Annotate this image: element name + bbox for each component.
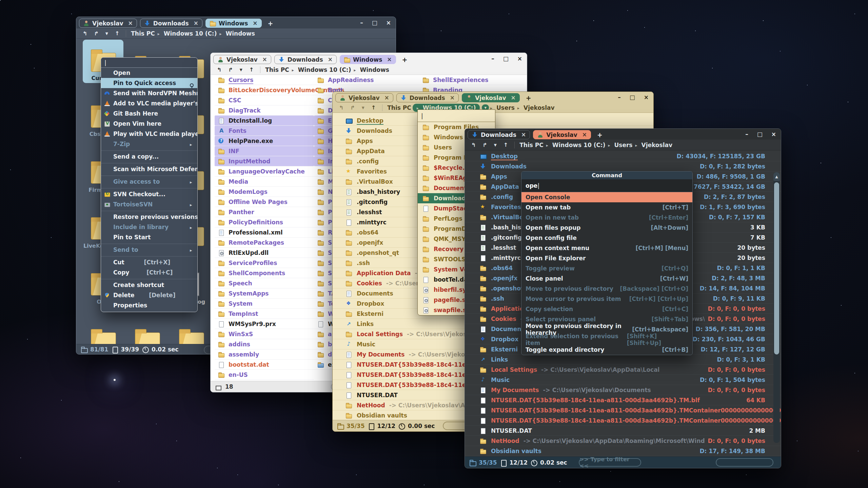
file-row[interactable]: Professional.xml: [215, 227, 314, 238]
file-row[interactable]: CSC: [215, 95, 314, 105]
back-button[interactable]: ↰: [214, 66, 224, 73]
menu-item[interactable]: Add to VLC media player's Playlist: [101, 98, 197, 108]
minimize-button[interactable]: –: [491, 56, 494, 62]
maximize-button[interactable]: □: [757, 131, 763, 137]
file-row[interactable]: ServiceProfiles: [215, 258, 314, 268]
file-row[interactable]: Music D: 0, F: 1, 504 bytes: [465, 375, 781, 385]
file-row[interactable]: ShellComponents: [215, 268, 314, 278]
menu-filter-input[interactable]: |: [101, 58, 197, 68]
menu-item[interactable]: Play with VLC media player: [101, 129, 197, 139]
file-row[interactable]: Obsidian vaults D: 17, F: 149, 38 MB: [465, 446, 781, 456]
close-button[interactable]: ×: [517, 56, 522, 62]
tab[interactable]: Vjekoslav: [335, 93, 393, 102]
menu-item[interactable]: [101, 255, 197, 257]
minimize-button[interactable]: –: [618, 95, 621, 100]
breadcrumb-item[interactable]: Windows: [352, 66, 390, 74]
menu-item[interactable]: [101, 278, 197, 279]
palette-item[interactable]: Move to previous directory [Backspace] […: [521, 284, 692, 294]
file-row[interactable]: Fonts: [215, 126, 314, 136]
menu-item[interactable]: Delete [Delete]: [101, 290, 197, 300]
menu-item[interactable]: SVN Checkout...: [101, 189, 197, 199]
menu-item[interactable]: Send a copy...: [101, 151, 197, 162]
file-row[interactable]: NTUSER.DAT{53b39e88-18c4-11ea-a811-000d3…: [465, 405, 781, 415]
menu-item[interactable]: Create shortcut: [101, 280, 197, 290]
file-row[interactable]: Links D: 0, F: 3, 1 KB: [465, 354, 781, 365]
palette-item[interactable]: Open in new tab [Ctrl+Enter]: [521, 212, 692, 223]
file-row[interactable]: Speech: [215, 278, 314, 288]
new-tab-button[interactable]: +: [266, 20, 275, 27]
minimize-button[interactable]: –: [745, 131, 748, 137]
maximize-button[interactable]: □: [630, 95, 635, 100]
menu-item[interactable]: [101, 187, 197, 188]
jump-pill[interactable]: [716, 458, 773, 467]
palette-item[interactable]: Move cursor to previous item [Ctrl+K] [C…: [521, 294, 692, 304]
new-tab-button[interactable]: +: [524, 94, 533, 102]
history-dropdown-icon[interactable]: ▾: [102, 30, 111, 37]
menu-item[interactable]: [101, 242, 197, 244]
file-row[interactable]: HelpPane.exe: [215, 136, 314, 146]
file-row[interactable]: Media: [215, 177, 314, 187]
menu-item[interactable]: Open Vim here: [101, 119, 197, 129]
menu-item[interactable]: [101, 209, 197, 211]
tab[interactable]: Windows: [205, 19, 262, 28]
file-row[interactable]: ShellExperiences: [419, 75, 524, 85]
palette-item[interactable]: Open files popup [Alt+Down]: [521, 223, 692, 233]
scroll-up-icon[interactable]: ▲: [773, 172, 780, 181]
file-row[interactable]: Desktop D: 43034, F: 125185, 23 GB: [465, 151, 781, 161]
tab[interactable]: Downloads: [396, 93, 459, 102]
menu-item[interactable]: Cut [Ctrl+X]: [101, 257, 197, 267]
menu-item[interactable]: Pin to Start: [101, 232, 197, 242]
menu-item[interactable]: Include in library: [101, 222, 197, 232]
breadcrumb-item[interactable]: This PC: [130, 29, 156, 38]
menu-item[interactable]: Restore previous versions: [101, 212, 197, 222]
palette-item[interactable]: Toggle preview [Ctrl+Q]: [521, 263, 692, 273]
palette-item[interactable]: Extend selection to previous item [Shift…: [521, 334, 692, 345]
file-row[interactable]: DtcInstall.log: [215, 116, 314, 126]
breadcrumb-item[interactable]: Windows: [218, 29, 256, 38]
file-row[interactable]: INF: [215, 146, 314, 156]
menu-item[interactable]: [101, 162, 197, 163]
tab-close-icon[interactable]: [511, 95, 515, 101]
palette-item[interactable]: Close panel [Ctrl+W]: [521, 273, 692, 284]
tab[interactable]: Vjekoslav: [79, 19, 137, 28]
up-button[interactable]: ↑: [112, 30, 122, 37]
scrollbar-thumb[interactable]: [774, 182, 779, 354]
menu-item[interactable]: Properties: [101, 300, 197, 310]
breadcrumb-item[interactable]: Windows 10 (C:): [291, 66, 353, 74]
palette-item[interactable]: Copy selection [Ctrl+C]: [521, 304, 692, 314]
forward-button[interactable]: ↱: [225, 66, 236, 73]
breadcrumb-item[interactable]: This PC: [386, 104, 413, 112]
tab-close-icon[interactable]: [328, 57, 333, 62]
breadcrumb-item[interactable]: Vjekoslav: [516, 104, 556, 112]
menu-item[interactable]: [101, 174, 197, 176]
up-button[interactable]: ↑: [368, 104, 379, 111]
file-row[interactable]: Panther: [215, 207, 314, 217]
tab-close-icon[interactable]: [262, 57, 267, 62]
file-row[interactable]: RtlExUpd.dll: [215, 248, 314, 258]
tab[interactable]: Windows: [340, 55, 396, 64]
file-row[interactable]: en-US: [215, 370, 314, 380]
history-dropdown-icon[interactable]: ▾: [491, 142, 500, 148]
breadcrumb-item[interactable]: This PC: [264, 66, 291, 74]
tab-close-icon[interactable]: [128, 20, 133, 26]
file-row[interactable]: Local Settings -> C:\Users\Vjekoslav\App…: [465, 365, 781, 375]
history-dropdown-icon[interactable]: ▾: [359, 104, 368, 111]
file-row[interactable]: RemotePackages: [215, 238, 314, 248]
filter-pill[interactable]: >> Type to filter <<: [579, 458, 641, 467]
back-button[interactable]: ↰: [336, 104, 347, 111]
tab[interactable]: Vjekoslav: [533, 130, 591, 139]
breadcrumb-item[interactable]: Vjekoslav: [634, 141, 674, 149]
menu-item[interactable]: Give access to: [101, 177, 197, 187]
back-button[interactable]: ↰: [80, 30, 90, 37]
file-row[interactable]: NTUSER.DAT{53b39e88-18c4-11ea-a811-000d3…: [465, 415, 781, 426]
history-dropdown-icon[interactable]: ▾: [237, 66, 245, 73]
file-row[interactable]: WinSxS: [215, 329, 314, 339]
scrollbar[interactable]: ▲: [773, 172, 780, 443]
file-row[interactable]: BitLockerDiscoveryVolumeContents: [215, 85, 314, 95]
file-row[interactable]: ModemLogs: [215, 187, 314, 197]
breadcrumb-item[interactable]: Users: [607, 141, 634, 149]
menu-item[interactable]: Send with NordVPN Meshnet: [101, 88, 197, 98]
popup-filter-input[interactable]: |: [418, 110, 495, 122]
palette-item[interactable]: Open new tab [Ctrl+T]: [521, 202, 692, 212]
tab[interactable]: Downloads: [140, 19, 202, 28]
